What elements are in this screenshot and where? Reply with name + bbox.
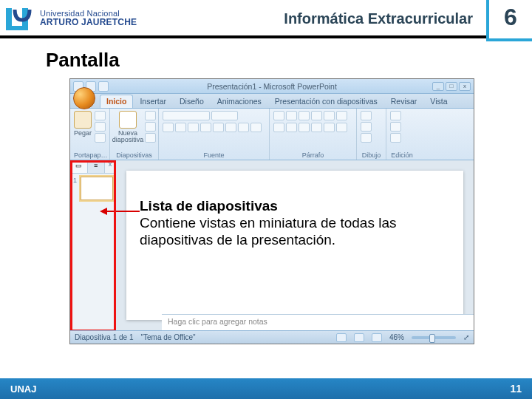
delete-icon[interactable] — [145, 133, 156, 143]
align-center-icon[interactable] — [286, 123, 297, 132]
window-title: Presentación1 - Microsoft PowerPoint — [207, 82, 337, 91]
maximize-button[interactable]: □ — [446, 82, 457, 91]
thumbnail-number: 1 — [73, 177, 77, 184]
svg-marker-4 — [100, 208, 107, 215]
bullets-icon[interactable] — [273, 111, 284, 120]
tab-vista[interactable]: Vista — [423, 95, 454, 108]
paste-button[interactable]: Pegar — [74, 111, 92, 137]
logo-line2: ARTURO JAURETCHE — [40, 18, 137, 27]
footer-left: UNAJ — [0, 383, 36, 395]
slide-canvas[interactable]: Lista de diapositivas Contiene vistas en… — [126, 171, 463, 320]
find-icon[interactable] — [390, 111, 401, 120]
tab-presentacion[interactable]: Presentación con diapositivas — [268, 95, 384, 108]
section-title: Pantalla — [0, 44, 532, 76]
columns-icon[interactable] — [324, 123, 335, 132]
arrange-icon[interactable] — [361, 122, 372, 132]
fontcolor-icon[interactable] — [250, 123, 262, 132]
powerpoint-window: Presentación1 - Microsoft PowerPoint _ □… — [69, 78, 474, 344]
workspace: ▭ ≡ x 1 — [70, 160, 474, 330]
cut-icon[interactable] — [95, 111, 106, 120]
textdir-icon[interactable] — [336, 111, 347, 120]
charspacing-icon[interactable] — [225, 123, 236, 132]
chapter-number: 6 — [504, 4, 517, 31]
office-button[interactable] — [73, 87, 95, 109]
shadow-icon[interactable] — [213, 123, 224, 132]
view-sorter-icon[interactable] — [354, 333, 364, 342]
smartart-icon[interactable] — [336, 123, 347, 132]
logo: Universidad Nacional ARTURO JAURETCHE — [0, 2, 137, 33]
header-bar: Universidad Nacional ARTURO JAURETCHE In… — [0, 0, 532, 38]
tab-inicio[interactable]: Inicio — [100, 95, 133, 108]
callout-arrow-icon — [100, 206, 140, 216]
group-label-edicion: Edición — [390, 151, 414, 159]
numbering-icon[interactable] — [286, 111, 297, 120]
tab-insertar[interactable]: Insertar — [133, 95, 173, 108]
group-dibujo: Dibujo — [357, 109, 386, 160]
new-slide-icon — [119, 111, 137, 129]
slidelist-close-button[interactable]: x — [105, 160, 115, 173]
logo-mark — [4, 2, 35, 33]
slidelist-tabs: ▭ ≡ x — [70, 160, 115, 174]
group-edicion: Edición — [386, 109, 417, 160]
strike-icon[interactable] — [200, 123, 211, 132]
qat-redo-icon[interactable] — [98, 81, 109, 92]
notes-pane[interactable]: Haga clic para agregar notas — [162, 314, 474, 330]
select-icon[interactable] — [390, 133, 401, 143]
shapes-icon[interactable] — [361, 111, 372, 120]
align-right-icon[interactable] — [299, 123, 310, 132]
window-controls: _ □ x — [432, 82, 471, 91]
chapter-box: 6 — [486, 0, 532, 41]
callout: Lista de diapositivas Contiene vistas en… — [140, 197, 446, 249]
format-painter-icon[interactable] — [95, 133, 106, 143]
align-justify-icon[interactable] — [311, 123, 322, 132]
slidelist-tab-slides[interactable]: ▭ — [70, 160, 88, 173]
content-area: Pantalla Presentación1 - Microsoft Power… — [0, 44, 532, 378]
status-slide-of: Diapositiva 1 de 1 — [75, 333, 134, 341]
group-label-parrafo: Párrafo — [273, 151, 352, 159]
minimize-button[interactable]: _ — [432, 82, 444, 91]
group-portapapeles: Pegar Portapap… — [70, 109, 110, 160]
logo-line1: Universidad Nacional — [40, 10, 137, 18]
linespacing-icon[interactable] — [324, 111, 335, 120]
paste-label: Pegar — [74, 130, 92, 137]
layout-icon[interactable] — [145, 111, 156, 120]
indent-dec-icon[interactable] — [299, 111, 310, 120]
reset-icon[interactable] — [145, 122, 156, 132]
bold-icon[interactable] — [163, 123, 174, 132]
view-normal-icon[interactable] — [336, 333, 347, 342]
clipboard-icon — [74, 111, 92, 129]
status-zoom: 46% — [389, 333, 404, 341]
new-slide-button[interactable]: Nueva diapositiva — [114, 111, 142, 143]
view-slideshow-icon[interactable] — [372, 333, 382, 342]
tab-revisar[interactable]: Revisar — [384, 95, 424, 108]
footer-bar: UNAJ 11 — [0, 378, 532, 399]
font-size-select[interactable] — [211, 111, 238, 120]
replace-icon[interactable] — [390, 122, 401, 132]
italic-icon[interactable] — [175, 123, 186, 132]
group-diapositivas: Nueva diapositiva Diapositivas — [110, 109, 159, 160]
zoom-slider[interactable] — [412, 336, 456, 339]
subject-title: Informática Extracurricular — [284, 10, 473, 27]
group-fuente: Fuente — [159, 109, 270, 160]
tab-animaciones[interactable]: Animaciones — [211, 95, 268, 108]
changecase-icon[interactable] — [238, 123, 249, 132]
close-button[interactable]: x — [459, 82, 471, 91]
font-name-select[interactable] — [163, 111, 210, 120]
group-label-dibujo: Dibujo — [361, 151, 382, 159]
group-label-portapapeles: Portapap… — [74, 151, 106, 159]
tab-diseno[interactable]: Diseño — [173, 95, 211, 108]
quickstyles-icon[interactable] — [361, 133, 372, 143]
slide-thumbnail-1[interactable] — [81, 177, 113, 200]
slide-canvas-area: Lista de diapositivas Contiene vistas en… — [116, 160, 474, 330]
align-left-icon[interactable] — [273, 123, 284, 132]
copy-icon[interactable] — [95, 122, 106, 132]
group-parrafo: Párrafo — [270, 109, 357, 160]
thumbnail-wrap: 1 — [70, 174, 115, 203]
underline-icon[interactable] — [188, 123, 199, 132]
group-label-diapositivas: Diapositivas — [114, 151, 154, 159]
fit-to-window-button[interactable]: ⤢ — [463, 333, 469, 341]
slide-list-panel: ▭ ≡ x 1 — [70, 160, 116, 330]
svg-rect-0 — [6, 8, 12, 29]
indent-inc-icon[interactable] — [311, 111, 322, 120]
slidelist-tab-outline[interactable]: ≡ — [88, 160, 106, 173]
